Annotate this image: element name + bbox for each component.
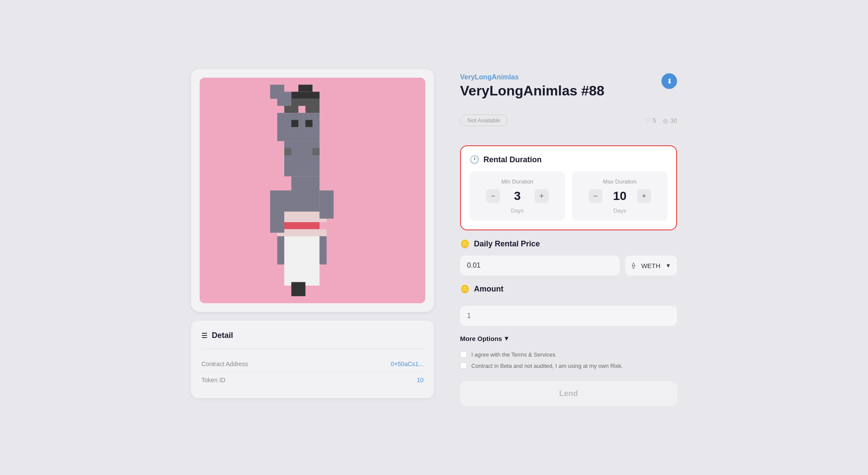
likes-count: 5	[653, 117, 656, 124]
beta-checkbox-row: Contract in Beta and not audited, I am u…	[460, 362, 677, 369]
token-id-row: Token ID 10	[201, 372, 424, 388]
beta-label: Contract in Beta and not audited, I am u…	[471, 363, 623, 369]
heart-icon: ♡	[645, 117, 651, 124]
amount-title: Amount	[474, 285, 503, 294]
min-increment-button[interactable]: +	[535, 189, 549, 203]
collection-name[interactable]: VeryLongAnimlas	[460, 73, 605, 81]
views-count: 30	[670, 117, 677, 124]
price-row: ⟠ WETH ▾	[460, 256, 677, 275]
daily-price-header: 🪙 Daily Rental Price	[460, 239, 677, 249]
svg-rect-7	[284, 141, 319, 176]
stack-icon: 🪙	[460, 284, 470, 294]
chevron-down-icon: ▾	[505, 334, 508, 342]
max-increment-button[interactable]: +	[637, 189, 651, 203]
svg-rect-20	[319, 190, 334, 219]
max-decrement-button[interactable]: −	[589, 189, 602, 203]
detail-card: ☰ Detail Contract Address 0×50aCs1... To…	[191, 321, 434, 398]
download-button[interactable]: ⬇	[661, 73, 677, 89]
more-options-toggle[interactable]: More Options ▾	[460, 334, 677, 342]
terms-label: I agree with the Terms & Services.	[471, 351, 557, 358]
price-input[interactable]	[460, 256, 620, 275]
rental-duration-header: 🕐 Rental Duration	[470, 155, 667, 164]
daily-price-title: Daily Rental Price	[474, 239, 540, 249]
max-duration-label: Max Duration	[603, 178, 636, 185]
page-container: ☰ Detail Contract Address 0×50aCs1... To…	[0, 0, 868, 475]
contract-address-value[interactable]: 0×50aCs1...	[391, 360, 424, 367]
terms-checkbox-row: I agree with the Terms & Services.	[460, 351, 677, 358]
min-duration-unit: Days	[511, 207, 524, 214]
svg-rect-1	[299, 85, 313, 92]
rental-duration-section: 🕐 Rental Duration Min Duration − 3 + Day…	[460, 145, 677, 230]
svg-rect-12	[277, 212, 327, 222]
svg-rect-10	[291, 120, 298, 127]
nft-title-group: VeryLongAnimlas VeryLongAnimlas #88	[460, 73, 605, 106]
svg-rect-8	[291, 177, 319, 191]
detail-header: ☰ Detail	[201, 331, 424, 340]
currency-label: WETH	[641, 262, 660, 269]
nft-header: VeryLongAnimlas VeryLongAnimlas #88 ⬇	[460, 73, 677, 106]
views-item: ◎ 30	[663, 117, 677, 124]
nft-title: VeryLongAnimlas #88	[460, 83, 605, 99]
token-id-label: Token ID	[201, 377, 225, 383]
svg-rect-13	[284, 222, 319, 229]
eye-icon: ◎	[663, 117, 668, 124]
checkbox-section: I agree with the Terms & Services. Contr…	[460, 351, 677, 369]
svg-rect-16	[277, 236, 284, 265]
detail-icon: ☰	[201, 331, 207, 340]
eth-icon: ⟠	[632, 262, 635, 269]
detail-title: Detail	[212, 331, 233, 340]
contract-address-row: Contract Address 0×50aCs1...	[201, 356, 424, 372]
svg-rect-23	[284, 148, 291, 155]
min-duration-value: 3	[509, 189, 526, 203]
beta-checkbox[interactable]	[460, 362, 467, 369]
price-icon: 🪙	[460, 239, 470, 249]
svg-rect-14	[277, 229, 327, 236]
min-decrement-button[interactable]: −	[486, 189, 500, 203]
svg-rect-18	[291, 282, 306, 296]
svg-rect-4	[284, 106, 299, 113]
svg-rect-19	[270, 190, 285, 233]
rental-duration-title: Rental Duration	[483, 155, 542, 164]
token-id-value: 10	[417, 377, 424, 383]
detail-divider	[201, 349, 424, 349]
amount-input[interactable]	[460, 306, 677, 326]
nft-pixel-art	[200, 78, 425, 303]
more-options-label: More Options	[460, 335, 502, 342]
svg-rect-5	[306, 106, 320, 113]
main-content: ☰ Detail Contract Address 0×50aCs1... To…	[174, 52, 694, 423]
svg-rect-17	[319, 236, 326, 265]
meta-row: Not Available ♡ 5 ◎ 30	[460, 115, 677, 126]
max-duration-unit: Days	[613, 207, 626, 214]
meta-icon-group: ♡ 5 ◎ 30	[645, 117, 677, 124]
max-duration-stepper: − 10 +	[589, 189, 651, 203]
chevron-down-icon: ▾	[667, 262, 670, 269]
svg-rect-15	[284, 236, 319, 286]
contract-address-label: Contract Address	[201, 360, 248, 367]
max-duration-box: Max Duration − 10 + Days	[572, 171, 667, 221]
daily-price-section: 🪙 Daily Rental Price ⟠ WETH ▾	[460, 239, 677, 275]
nft-card	[191, 69, 434, 312]
min-duration-box: Min Duration − 3 + Days	[470, 171, 565, 221]
nft-image	[200, 78, 425, 303]
likes-item: ♡ 5	[645, 117, 656, 124]
max-duration-value: 10	[611, 189, 628, 203]
lend-button[interactable]: Lend	[460, 381, 677, 406]
svg-rect-11	[306, 120, 312, 127]
left-panel: ☰ Detail Contract Address 0×50aCs1... To…	[191, 69, 434, 398]
svg-rect-22	[270, 85, 285, 99]
right-panel: VeryLongAnimlas VeryLongAnimlas #88 ⬇ No…	[460, 69, 677, 406]
amount-section: 🪙 Amount	[460, 284, 677, 326]
clock-icon: 🕐	[470, 155, 479, 164]
status-badge: Not Available	[460, 115, 508, 126]
svg-rect-2	[291, 92, 319, 99]
duration-controls: Min Duration − 3 + Days Max Duration −	[470, 171, 667, 221]
amount-header: 🪙 Amount	[460, 284, 677, 294]
min-duration-label: Min Duration	[501, 178, 533, 185]
terms-checkbox[interactable]	[460, 351, 467, 358]
min-duration-stepper: − 3 +	[486, 189, 549, 203]
svg-rect-24	[312, 148, 319, 155]
currency-select[interactable]: ⟠ WETH ▾	[625, 256, 677, 275]
